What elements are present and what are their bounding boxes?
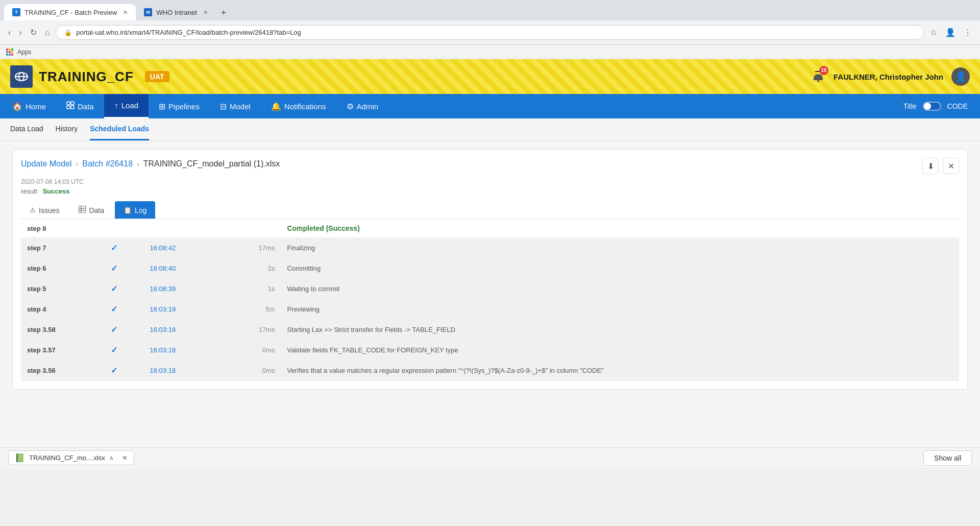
browser-chrome: T TRAINING_CF - Batch Preview ✕ W WHO In…: [0, 0, 980, 59]
home-button[interactable]: ⌂: [43, 26, 52, 39]
pipelines-nav-icon: ⊞: [159, 102, 165, 111]
tab-issues[interactable]: ⚠ Issues: [21, 201, 68, 219]
svg-rect-8: [71, 106, 74, 109]
chevron-up-icon[interactable]: ∧: [109, 455, 114, 462]
breadcrumb-batch[interactable]: Batch #26418: [82, 159, 133, 169]
tab-issues-label: Issues: [39, 206, 59, 214]
nav-item-admin[interactable]: ⚙ Admin: [336, 94, 389, 118]
app-container: TRAINING_CF UAT 16 FAULKNER, Christopher…: [0, 59, 980, 468]
time-link-4[interactable]: 16:03:19: [150, 305, 176, 313]
apps-grid-icon: [6, 49, 13, 56]
time-link-6[interactable]: 16:03:18: [150, 346, 176, 354]
subnav-scheduled-loads[interactable]: Scheduled Loads: [90, 118, 149, 140]
duration-cell-7: 0ms: [222, 361, 281, 381]
time-link-2[interactable]: 16:08:40: [150, 265, 176, 272]
browser-tab-2[interactable]: W WHO Intranet ✕: [136, 4, 215, 20]
main-content: Update Model › Batch #26418 › TRAINING_C…: [0, 141, 980, 447]
description-cell-1: Finalizing: [281, 238, 959, 258]
back-button[interactable]: ‹: [6, 26, 13, 39]
time-cell-6: 16:03:18: [144, 340, 223, 361]
breadcrumb: Update Model › Batch #26418 › TRAINING_C…: [21, 159, 280, 169]
log-row-4: step 4 ✓ 16:03:19 5m Previewing: [21, 299, 959, 320]
log-row-5: step 3.58 ✓ 16:03:18 17ms Starting Lax =…: [21, 320, 959, 340]
env-badge: UAT: [145, 71, 169, 82]
toggle-knob: [924, 103, 931, 110]
new-tab-button[interactable]: +: [216, 6, 232, 20]
notifications-nav-icon: 🔔: [271, 102, 281, 111]
breadcrumb-filename: TRAINING_CF_model_partial (1).xlsx: [143, 159, 280, 169]
address-bar[interactable]: 🔒 portal-uat.who.int/xmart4/TRAINING_CF/…: [56, 25, 924, 40]
forward-button[interactable]: ›: [17, 26, 23, 39]
time-link-5[interactable]: 16:03:18: [150, 326, 176, 333]
log-row-0: step 8 Completed (Success): [21, 219, 959, 238]
check-cell-5: ✓: [105, 320, 143, 340]
time-cell-0: [144, 219, 223, 238]
time-cell-5: 16:03:18: [144, 320, 223, 340]
notification-button[interactable]: 16: [811, 69, 825, 85]
toggle-container: [923, 102, 941, 111]
tab-close-btn-2[interactable]: ✕: [203, 9, 208, 16]
menu-button[interactable]: ⋮: [962, 26, 974, 39]
download-button[interactable]: ⬇: [922, 158, 939, 174]
time-link-7[interactable]: 16:03:18: [150, 367, 176, 374]
app-logo: TRAINING_CF UAT: [10, 65, 169, 88]
nav-item-model[interactable]: ⊟ Model: [210, 94, 261, 118]
user-name: FAULKNER, Christopher John: [834, 73, 943, 81]
step-label-0: step 8: [21, 219, 105, 238]
apps-label[interactable]: Apps: [17, 49, 31, 56]
subnav-label-scheduled-loads: Scheduled Loads: [90, 125, 149, 133]
step-label-7: step 3.56: [21, 361, 105, 381]
time-link-1[interactable]: 16:08:42: [150, 244, 176, 252]
nav-label-model: Model: [230, 102, 251, 111]
duration-cell-2: 2s: [222, 258, 281, 279]
title-code-toggle[interactable]: [923, 102, 941, 111]
issues-tab-icon: ⚠: [30, 206, 36, 214]
checkmark-icon-7: ✓: [111, 366, 117, 375]
subnav-history[interactable]: History: [56, 118, 78, 140]
lock-icon: 🔒: [64, 29, 72, 36]
nav-item-notifications[interactable]: 🔔 Notifications: [261, 94, 336, 118]
tab-data[interactable]: Data: [70, 201, 113, 219]
step-label-3: step 5: [21, 279, 105, 299]
browser-tab-active[interactable]: T TRAINING_CF - Batch Preview ✕: [4, 4, 136, 20]
user-avatar[interactable]: 👤: [951, 67, 970, 86]
checkmark-icon-4: ✓: [111, 305, 117, 314]
log-row-2: step 6 ✓ 16:08:40 2s Committing: [21, 258, 959, 279]
check-cell-0: [105, 219, 143, 238]
duration-cell-5: 17ms: [222, 320, 281, 340]
time-cell-3: 16:08:39: [144, 279, 223, 299]
subnav-data-load[interactable]: Data Load: [10, 118, 43, 140]
log-row-1: step 7 ✓ 16:08:42 17ms Finalizing: [21, 238, 959, 258]
svg-rect-9: [79, 206, 86, 213]
nav-item-home[interactable]: 🏠 Home: [2, 94, 56, 118]
time-link-3[interactable]: 16:08:39: [150, 285, 176, 293]
nav-item-load[interactable]: ↑ Load: [104, 94, 149, 118]
svg-point-4: [817, 80, 819, 82]
star-button[interactable]: ☆: [928, 26, 939, 39]
app-title: TRAINING_CF: [39, 69, 134, 85]
timestamp-line: 2020-07-08 14:03 UTC: [21, 178, 959, 185]
log-row-7: step 3.56 ✓ 16:03:18 0ms Verifies that a…: [21, 361, 959, 381]
checkmark-icon-5: ✓: [111, 325, 117, 334]
check-cell-2: ✓: [105, 258, 143, 279]
checkmark-icon-1: ✓: [111, 244, 117, 252]
status-bar: 📗 TRAINING_CF_mo....xlsx ∧ ✕ Show all: [0, 447, 980, 468]
profile-button[interactable]: 👤: [943, 26, 958, 39]
data-icon-svg: [66, 101, 75, 109]
step-label-1: step 7: [21, 238, 105, 258]
checkmark-icon-2: ✓: [111, 264, 117, 273]
show-all-button[interactable]: Show all: [923, 450, 972, 466]
tab-close-btn-1[interactable]: ✕: [123, 9, 128, 16]
close-download-icon[interactable]: ✕: [122, 454, 128, 462]
duration-cell-3: 1s: [222, 279, 281, 299]
tab-log[interactable]: 📋 Log: [115, 201, 155, 219]
reload-button[interactable]: ↻: [28, 26, 39, 39]
close-button[interactable]: ✕: [943, 158, 959, 174]
logo-icon: [10, 65, 33, 88]
nav-item-data[interactable]: Data: [56, 94, 104, 118]
svg-rect-5: [67, 102, 70, 105]
nav-item-pipelines[interactable]: ⊞ Pipelines: [149, 94, 210, 118]
description-cell-5: Starting Lax => Strict transfer for Fiel…: [281, 320, 959, 340]
breadcrumb-update-model[interactable]: Update Model: [21, 159, 72, 169]
nav-label-home: Home: [26, 102, 46, 111]
